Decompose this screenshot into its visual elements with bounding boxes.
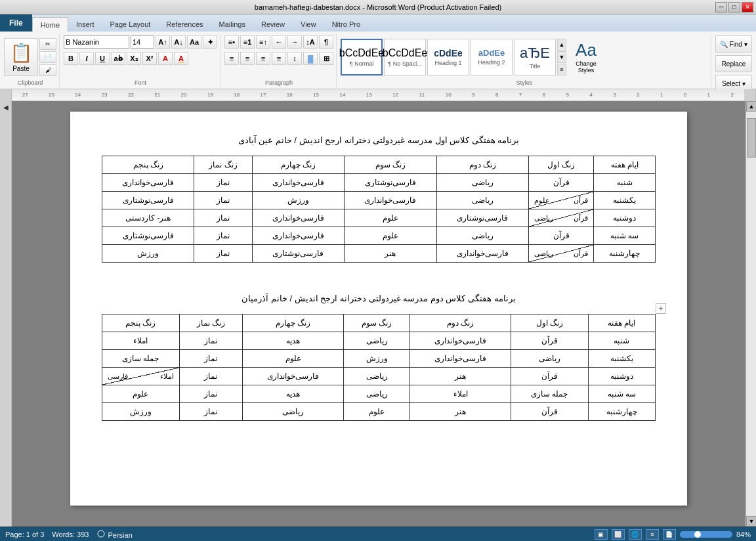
font-color-button[interactable]: A — [174, 52, 188, 65]
table2-header-col5: زنگ نماز — [179, 314, 243, 332]
numbering-button[interactable]: ≡1 — [240, 35, 255, 49]
references-tab[interactable]: References — [158, 17, 211, 32]
cell-day: یکشنبه — [594, 192, 656, 209]
clipboard-group: 📋 Paste ✂ 📄 🖌 Clipboard — [1, 34, 60, 87]
style-heading1[interactable]: cDdEe Heading 1 — [427, 39, 469, 76]
close-button[interactable]: ✕ — [742, 2, 753, 12]
change-case-button[interactable]: Aa — [187, 35, 201, 49]
shrink-font-button[interactable]: A↓ — [171, 35, 186, 49]
cell-day: چهارشنبه — [594, 245, 656, 263]
svg-point-0 — [98, 530, 104, 537]
table2-header-col0: ایام هفته — [588, 314, 655, 332]
shading-button[interactable]: ▓ — [303, 52, 318, 65]
cut-button[interactable]: ✂ — [39, 38, 56, 50]
superscript-button[interactable]: X² — [142, 52, 157, 65]
underline-button[interactable]: U — [95, 52, 110, 65]
font-size-input[interactable] — [131, 35, 154, 49]
styles-scroll-up[interactable]: ▲ — [557, 39, 566, 51]
style-title[interactable]: aЂE Title — [514, 39, 556, 76]
zoom-level: 84% — [736, 530, 751, 538]
align-left-button[interactable]: ≡ — [224, 52, 239, 65]
cell: نماز — [194, 192, 252, 209]
zoom-thumb[interactable] — [694, 531, 701, 538]
copy-button[interactable]: 📄 — [39, 51, 56, 63]
document-area[interactable]: برنامه هفتگی کلاس اول مدرسه غیردولتی دخت… — [12, 101, 746, 527]
align-center-button[interactable]: ≡ — [240, 52, 255, 65]
styles-more[interactable]: ≡ — [557, 64, 566, 76]
table2-header-col2: زنگ دوم — [410, 314, 511, 332]
nitro-pro-tab[interactable]: Nitro Pro — [324, 17, 368, 32]
paste-button[interactable]: 📋 Paste — [4, 38, 38, 76]
style-normal[interactable]: bCcDdEe ¶ Normal — [341, 39, 383, 76]
style-no-spacing-preview: bCcDdEe — [383, 47, 427, 59]
font-name-input[interactable] — [64, 35, 129, 49]
find-button[interactable]: 🔍 Find ▾ — [715, 35, 752, 53]
subscript-button[interactable]: X₂ — [127, 52, 141, 65]
scroll-thumb[interactable] — [747, 118, 756, 158]
cell-day: سه شنبه — [594, 227, 656, 245]
format-painter-button[interactable]: 🖌 — [39, 64, 56, 76]
text-highlight-button[interactable]: A — [158, 52, 173, 65]
full-screen-view[interactable]: ⬜ — [612, 529, 625, 540]
zoom-slider[interactable] — [680, 531, 732, 538]
table1-wrapper: ایام هفته زنگ اول زنگ دوم زنگ سوم زنگ چه… — [102, 156, 656, 276]
multilevel-button[interactable]: ≡↑ — [256, 35, 270, 49]
strikethrough-button[interactable]: ab̶ — [111, 52, 125, 65]
style-no-spacing[interactable]: bCcDdEe ¶ No Spaci... — [384, 39, 426, 76]
cell: علوم — [102, 385, 180, 403]
scroll-down-button[interactable]: ▼ — [746, 516, 756, 527]
bullets-button[interactable]: ≡• — [224, 35, 239, 49]
style-title-preview: aЂE — [520, 45, 550, 62]
review-tab[interactable]: Review — [253, 17, 293, 32]
minimize-button[interactable]: ─ — [715, 2, 727, 12]
table-row: چهارشنبه قرآن ریاضی فارسی‌خوانداری هنر ف… — [102, 245, 656, 263]
paragraph-row-2: ≡ ≡ ≡ ≡ ↕ ▓ ⊞ — [224, 52, 333, 65]
scroll-track[interactable] — [746, 112, 756, 516]
insert-tab[interactable]: Insert — [68, 17, 102, 32]
change-styles-button[interactable]: Aa Change Styles — [568, 39, 604, 76]
replace-button[interactable]: Replace — [715, 55, 752, 72]
print-layout-view[interactable]: ▣ — [595, 529, 608, 540]
grow-font-button[interactable]: A↑ — [156, 35, 170, 49]
add-table-button[interactable]: + — [656, 303, 666, 314]
cell: فارسی‌نوشتاری — [436, 209, 528, 227]
styles-scroll-down[interactable]: ▼ — [557, 51, 566, 63]
style-heading2[interactable]: aDdEe Heading 2 — [471, 39, 513, 76]
view-tab[interactable]: View — [293, 17, 324, 32]
align-right-button[interactable]: ≡ — [256, 52, 270, 65]
scroll-up-button[interactable]: ▲ — [746, 101, 756, 112]
line-spacing-button[interactable]: ↕ — [287, 52, 302, 65]
show-formatting-button[interactable]: ¶ — [319, 35, 333, 49]
draft-view[interactable]: 📄 — [663, 529, 676, 540]
file-tab[interactable]: File — [0, 14, 32, 32]
cell: قرآن — [511, 403, 588, 421]
home-tab[interactable]: Home — [32, 17, 68, 32]
collapse-icon[interactable]: ◀ — [3, 104, 9, 111]
increase-indent-button[interactable]: → — [287, 35, 302, 49]
cell: ورزش — [252, 192, 344, 209]
style-heading1-label: Heading 1 — [434, 60, 461, 66]
ruler-main[interactable]: 27 25 24 23 22 21 20 19 18 17 16 15 14 1… — [12, 89, 744, 100]
ruler-right-corner — [744, 89, 756, 100]
maximize-button[interactable]: □ — [728, 2, 740, 12]
italic-button[interactable]: I — [79, 52, 94, 65]
cell: فارسی‌خوانداری — [345, 192, 436, 209]
cell: فارسی‌خوانداری — [410, 332, 511, 350]
paste-label: Paste — [12, 65, 30, 72]
web-layout-view[interactable]: 🌐 — [629, 529, 642, 540]
bold-button[interactable]: B — [64, 52, 78, 65]
borders-button[interactable]: ⊞ — [319, 52, 333, 65]
outline-view[interactable]: ≡ — [646, 529, 659, 540]
ribbon-content: 📋 Paste ✂ 📄 🖌 Clipboard A↑ A↓ Aa ✦ B — [0, 32, 756, 89]
cell: املاء — [102, 332, 180, 350]
table2-header-col3: زنگ سوم — [343, 314, 410, 332]
mailings-tab[interactable]: Mailings — [211, 17, 253, 32]
justify-button[interactable]: ≡ — [272, 52, 286, 65]
cell: ریاضی — [436, 192, 528, 209]
clear-format-button[interactable]: ✦ — [203, 35, 217, 49]
clipboard-label: Clipboard — [4, 78, 56, 86]
vertical-scrollbar[interactable]: ▲ ▼ — [746, 101, 756, 527]
page-layout-tab[interactable]: Page Layout — [102, 17, 159, 32]
decrease-indent-button[interactable]: ← — [272, 35, 286, 49]
sort-button[interactable]: ↕A — [303, 35, 318, 49]
